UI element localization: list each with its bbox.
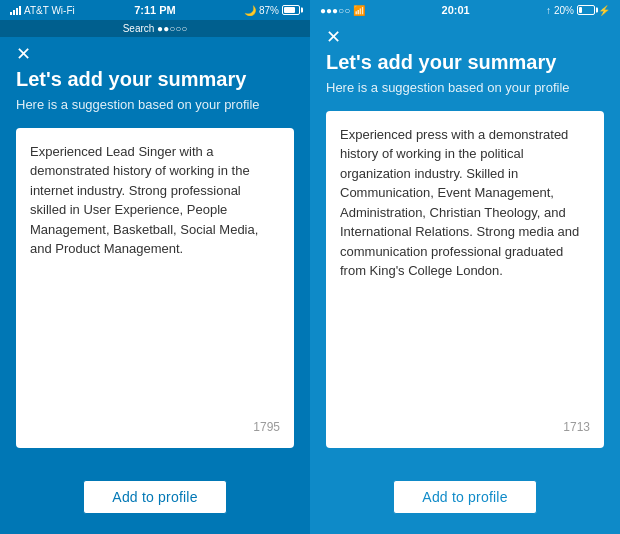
left-add-btn-container: Add to profile	[0, 464, 310, 534]
right-panel-content: Let's add your summary Here is a suggest…	[310, 50, 620, 464]
close-button-left[interactable]: ✕	[0, 37, 47, 67]
right-add-btn-container: Add to profile	[310, 464, 620, 534]
battery-icon-right	[577, 5, 595, 15]
right-status-icons-right: ↑ 20% ⚡	[546, 5, 610, 16]
right-add-to-profile-button[interactable]: Add to profile	[393, 480, 536, 514]
right-status-icons-left: 🌙 87%	[244, 5, 300, 16]
lightning-icon: ⚡	[598, 5, 610, 16]
status-bar-right: ●●●○○ 📶 20:01 ↑ 20% ⚡	[310, 0, 620, 20]
time-right: 20:01	[442, 4, 470, 16]
wifi-icon-right: 📶	[353, 5, 365, 16]
network-dots-right: ●●●○○	[320, 5, 350, 16]
close-button-right[interactable]: ✕	[310, 20, 357, 50]
battery-percent-right: 20%	[554, 5, 574, 16]
left-add-to-profile-button[interactable]: Add to profile	[83, 480, 226, 514]
right-panel: ●●●○○ 📶 20:01 ↑ 20% ⚡ ✕ Let's add your s…	[310, 0, 620, 534]
search-bar-left: Search ●●○○○	[0, 20, 310, 37]
search-label-left: Search ●●○○○	[123, 23, 188, 34]
left-status-icons-right: ●●●○○ 📶	[320, 5, 365, 16]
left-summary-text: Experienced Lead Singer with a demonstra…	[30, 142, 280, 259]
signal-icon	[10, 5, 21, 15]
right-summary-card: Experienced press with a demonstrated hi…	[326, 111, 604, 448]
carrier-text: AT&T Wi-Fi	[10, 5, 75, 16]
right-panel-title: Let's add your summary	[326, 50, 604, 74]
battery-text: 87%	[259, 5, 279, 16]
right-summary-text: Experienced press with a demonstrated hi…	[340, 125, 590, 281]
location-icon: ↑	[546, 5, 551, 16]
left-summary-card: Experienced Lead Singer with a demonstra…	[16, 128, 294, 448]
time-left: 7:11 PM	[134, 4, 176, 16]
status-bar-left: AT&T Wi-Fi 7:11 PM 🌙 87%	[0, 0, 310, 20]
left-panel-title: Let's add your summary	[16, 67, 294, 91]
left-panel: AT&T Wi-Fi 7:11 PM 🌙 87% Search ●●○○○ ✕ …	[0, 0, 310, 534]
moon-icon: 🌙	[244, 5, 256, 16]
left-panel-content: Let's add your summary Here is a suggest…	[0, 67, 310, 464]
right-char-count: 1713	[340, 420, 590, 434]
battery-icon-left	[282, 5, 300, 15]
left-char-count: 1795	[30, 420, 280, 434]
left-panel-subtitle: Here is a suggestion based on your profi…	[16, 97, 294, 114]
right-panel-subtitle: Here is a suggestion based on your profi…	[326, 80, 604, 97]
